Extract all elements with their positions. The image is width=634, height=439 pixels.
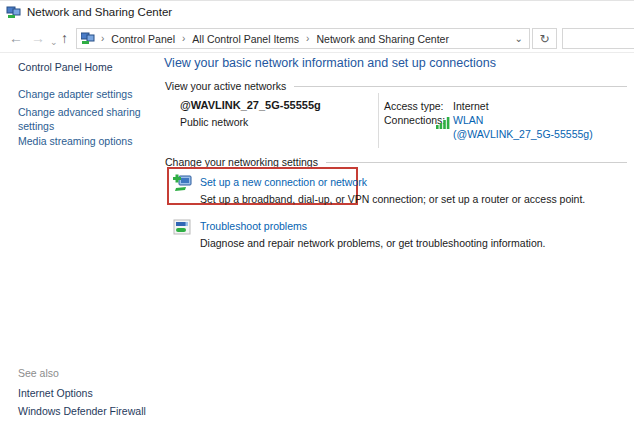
refresh-button[interactable]: ↻ bbox=[532, 28, 557, 49]
see-also-label: See also bbox=[18, 367, 59, 379]
address-dropdown-icon[interactable]: ⌄ bbox=[515, 33, 523, 44]
setup-new-connection-link[interactable]: Set up a new connection or network bbox=[200, 176, 367, 188]
connection-wlan-link[interactable]: WLAN bbox=[453, 114, 483, 126]
forward-icon[interactable]: → bbox=[31, 29, 45, 47]
troubleshoot-problems-link[interactable]: Troubleshoot problems bbox=[200, 220, 307, 232]
breadcrumb-control-panel[interactable]: Control Panel bbox=[110, 33, 176, 45]
active-network-divider bbox=[378, 93, 379, 148]
search-input[interactable] bbox=[562, 28, 634, 49]
section-rule bbox=[326, 162, 627, 163]
troubleshoot-problems-description: Diagnose and repair network problems, or… bbox=[200, 237, 546, 249]
address-bar[interactable]: › Control Panel › All Control Panel Item… bbox=[76, 28, 530, 49]
network-sharing-icon bbox=[6, 5, 21, 20]
active-networks-label: View your active networks bbox=[165, 80, 286, 92]
wifi-signal-icon bbox=[436, 115, 450, 127]
access-type-label: Access type: bbox=[384, 100, 444, 112]
new-connection-icon bbox=[171, 172, 193, 194]
breadcrumb-network-and-sharing-center[interactable]: Network and Sharing Center bbox=[315, 33, 450, 45]
breadcrumb-all-control-panel-items[interactable]: All Control Panel Items bbox=[191, 33, 300, 45]
active-networks-section-header: View your active networks bbox=[165, 80, 627, 92]
refresh-icon: ↻ bbox=[539, 32, 549, 46]
title-bar: Network and Sharing Center bbox=[0, 1, 634, 25]
network-type: Public network bbox=[180, 116, 248, 128]
setup-new-connection-description: Set up a broadband, dial-up, or VPN conn… bbox=[200, 193, 585, 205]
section-rule bbox=[294, 86, 627, 87]
sidebar-item-internet-options[interactable]: Internet Options bbox=[18, 387, 93, 399]
breadcrumb-chevron-icon: › bbox=[300, 33, 315, 44]
connection-ssid-link[interactable]: (@WAVLINK_27_5G-55555g) bbox=[453, 128, 593, 140]
sidebar-item-control-panel-home[interactable]: Control Panel Home bbox=[18, 61, 113, 73]
troubleshoot-icon bbox=[171, 216, 193, 238]
network-name: @WAVLINK_27_5G-55555g bbox=[180, 99, 321, 111]
page-title: View your basic network information and … bbox=[164, 56, 496, 70]
network-sharing-center-window: Network and Sharing Center ← → ⌄ ↑ › Con… bbox=[0, 0, 634, 439]
back-icon[interactable]: ← bbox=[9, 29, 23, 47]
history-dropdown-icon[interactable]: ⌄ bbox=[50, 33, 58, 51]
breadcrumb-chevron-icon: › bbox=[95, 33, 110, 44]
window-title: Network and Sharing Center bbox=[27, 6, 172, 18]
up-icon[interactable]: ↑ bbox=[61, 29, 68, 47]
sidebar-item-windows-defender-firewall[interactable]: Windows Defender Firewall bbox=[18, 405, 146, 417]
network-sharing-icon bbox=[81, 32, 95, 45]
access-type-value: Internet bbox=[453, 100, 489, 112]
breadcrumb-chevron-icon: › bbox=[176, 33, 191, 44]
sidebar-item-change-adapter-settings[interactable]: Change adapter settings bbox=[18, 88, 132, 100]
navigation-toolbar: ← → ⌄ ↑ › Control Panel › All Control Pa… bbox=[0, 25, 634, 53]
sidebar-item-media-streaming-options[interactable]: Media streaming options bbox=[18, 135, 132, 147]
sidebar-item-change-advanced-sharing-settings[interactable]: Change advanced sharing settings bbox=[18, 105, 152, 133]
